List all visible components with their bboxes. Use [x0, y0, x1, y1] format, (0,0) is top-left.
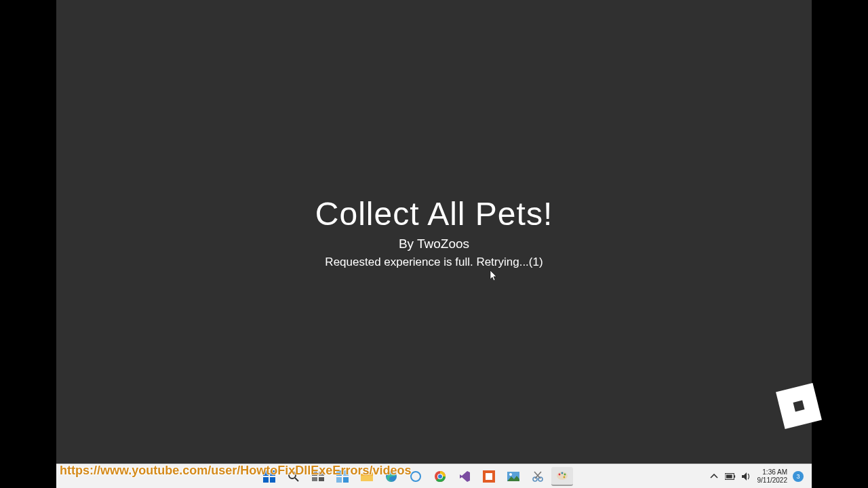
adobe-button[interactable]: [478, 467, 500, 486]
svg-point-21: [438, 474, 442, 479]
video-watermark-url: https://www.youtube.com/user/HowtoFixDll…: [60, 464, 411, 478]
battery-icon[interactable]: [725, 471, 736, 482]
tray-overflow-button[interactable]: [709, 471, 719, 482]
taskbar-clock[interactable]: 1:36 AM 9/11/2022: [757, 468, 788, 485]
svg-point-18: [411, 472, 420, 481]
paint-button[interactable]: [551, 467, 573, 486]
notifications-button[interactable]: 3: [793, 471, 804, 482]
svg-point-34: [564, 476, 566, 478]
photos-button[interactable]: [502, 467, 524, 486]
system-tray: 1:36 AM 9/11/2022 3: [709, 468, 804, 485]
svg-point-32: [561, 472, 564, 474]
visual-studio-button[interactable]: [454, 467, 475, 486]
svg-rect-23: [486, 473, 492, 480]
svg-rect-36: [734, 475, 735, 478]
game-author: By TwoZoos: [399, 237, 469, 251]
game-title: Collect All Pets!: [315, 195, 553, 232]
roblox-loading-window: Collect All Pets! By TwoZoos Requested e…: [56, 0, 812, 464]
roblox-logo-icon: [772, 379, 826, 433]
clock-date: 9/11/2022: [757, 476, 788, 485]
clock-time: 1:36 AM: [762, 468, 787, 476]
chrome-button[interactable]: [429, 467, 451, 486]
svg-point-25: [509, 473, 512, 476]
svg-line-7: [295, 478, 298, 481]
svg-point-33: [564, 473, 566, 475]
volume-icon[interactable]: [741, 471, 752, 482]
svg-rect-37: [726, 474, 732, 478]
notifications-count: 3: [796, 473, 800, 480]
loading-status: Requested experience is full. Retrying..…: [325, 256, 542, 269]
snipping-tool-button[interactable]: [527, 467, 549, 486]
svg-point-31: [559, 473, 561, 475]
